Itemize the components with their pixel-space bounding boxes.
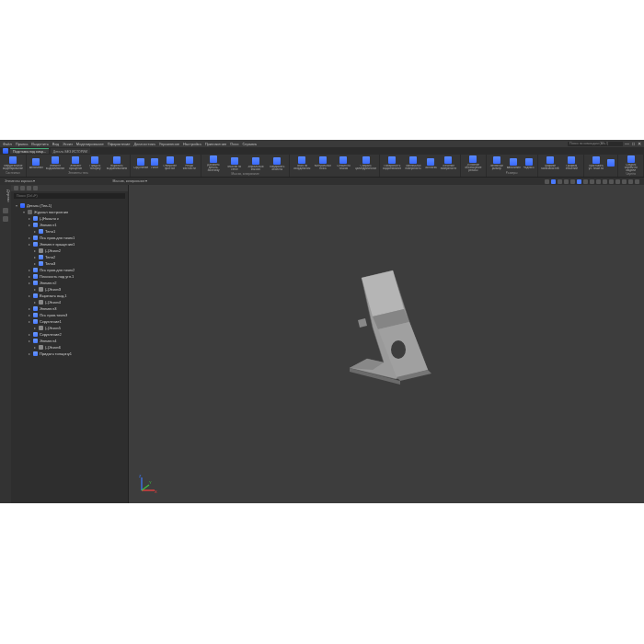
expand-icon[interactable]: ▸ xyxy=(27,268,31,272)
expand-icon[interactable]: ▸ xyxy=(27,339,31,343)
tree-item[interactable]: ▸Элемент4 xyxy=(14,338,125,344)
expand-icon[interactable]: ▸ xyxy=(32,248,37,253)
tree-item[interactable]: ▸(-)Эскиз5 xyxy=(14,325,125,331)
ribbon-button[interactable]: Элемент выдавливания xyxy=(45,155,65,171)
feature-tree[interactable]: ▾ Деталь (Тел-1) ▾ Журнал построения ▸(-… xyxy=(11,201,128,359)
ribbon-button[interactable]: Зеркальный массив xyxy=(246,155,266,172)
side-tab-tree[interactable]: Дерево xyxy=(0,187,11,205)
menu-edit[interactable]: Правка xyxy=(16,142,29,146)
expand-icon[interactable]: ▸ xyxy=(27,242,31,247)
minimize-button[interactable]: — xyxy=(625,141,629,146)
expand-icon[interactable]: ▸ xyxy=(27,281,31,285)
tree-item[interactable]: ▸Элемент вращения1 xyxy=(14,241,125,247)
view-tool-icon[interactable] xyxy=(590,179,594,184)
expand-icon[interactable]: ▸ xyxy=(27,313,31,317)
ribbon-button[interactable]: Линейный размер xyxy=(489,155,505,171)
ribbon-button[interactable]: Добавить деталь-заготовку xyxy=(203,155,224,172)
ribbon-button[interactable]: Отверстие простое xyxy=(160,155,178,171)
side-icon[interactable] xyxy=(3,216,8,222)
expand-icon[interactable]: ▸ xyxy=(32,255,37,259)
ribbon-button[interactable]: Точка по координатам xyxy=(292,155,312,171)
tab-active[interactable]: Подставка под смар... xyxy=(10,148,49,154)
tree-tool-icon[interactable] xyxy=(14,186,18,190)
expand-icon[interactable]: ▸ xyxy=(27,223,31,227)
tree-item[interactable]: ▸Ось пров.для точек2 xyxy=(14,267,125,273)
view-tool-icon[interactable] xyxy=(628,179,633,184)
side-icon[interactable] xyxy=(3,208,8,213)
ribbon-button[interactable]: Усечение поверхности xyxy=(439,155,458,171)
menu-modeling[interactable]: Моделирование xyxy=(76,142,104,146)
ribbon-button[interactable]: Твердотельное моделирование xyxy=(2,155,24,171)
view-tool-icon[interactable] xyxy=(583,179,588,184)
expand-icon[interactable]: ▸ xyxy=(27,293,31,298)
ribbon-button[interactable]: Линейчатая поверхность xyxy=(403,155,422,171)
ribbon-button[interactable]: Создать чертёж по модели xyxy=(620,155,641,172)
ribbon-button[interactable]: Сплайн по точкам xyxy=(334,155,354,171)
menu-format[interactable]: Оформление xyxy=(108,142,131,146)
view-tool-icon[interactable] xyxy=(635,179,639,184)
tree-item[interactable]: ▸(-)Эскиз3 xyxy=(14,286,125,293)
ribbon-button[interactable]: Вырезать выдавливанием xyxy=(106,155,128,171)
subtoolbar-right-dropdown[interactable]: Массив, копирование ▾ xyxy=(113,179,148,183)
menu-applications[interactable]: Приложения xyxy=(205,142,226,146)
menu-file[interactable]: Файл xyxy=(3,142,12,146)
ribbon-button[interactable]: Автопиния xyxy=(29,155,44,171)
expand-icon[interactable]: ▸ xyxy=(32,300,37,305)
tree-item[interactable]: ▸Тело2 xyxy=(14,254,125,260)
view-tool-icon[interactable] xyxy=(558,179,562,184)
expand-icon[interactable]: ▸ xyxy=(27,332,31,337)
tree-item[interactable]: ▸Ось пров.для точек1 xyxy=(14,235,125,241)
ribbon-button[interactable]: Графики значений xyxy=(561,155,581,171)
menu-select[interactable]: Выделить xyxy=(31,142,48,146)
tree-item[interactable]: ▸(-)Эскиз6 xyxy=(14,344,125,351)
ribbon-button[interactable]: Графики зависимостей xyxy=(540,155,560,171)
subtoolbar-left-dropdown[interactable]: Элементы каркаса ▾ xyxy=(5,179,36,183)
tree-history[interactable]: ▾ Журнал построения xyxy=(14,209,125,215)
ribbon-button[interactable]: Надпись xyxy=(523,155,535,171)
expand-icon[interactable]: ▸ xyxy=(32,326,37,330)
expand-icon[interactable]: ▸ xyxy=(32,287,37,292)
menu-diagnostics[interactable]: Диагностика xyxy=(134,142,155,146)
expand-icon[interactable]: ▸ xyxy=(27,274,31,279)
expand-icon[interactable]: ▸ xyxy=(27,319,31,324)
expand-icon[interactable]: ▸ xyxy=(27,236,31,240)
expand-icon[interactable]: ▸ xyxy=(27,216,31,221)
ribbon-button[interactable]: Спираль цилиндрическая xyxy=(354,155,377,171)
ribbon-button[interactable]: Элемент вращения xyxy=(66,155,85,171)
menu-settings[interactable]: Настройка xyxy=(183,142,201,146)
tree-item[interactable]: ▸(-)Начало к xyxy=(14,215,125,222)
tree-tool-icon[interactable] xyxy=(20,186,25,190)
tree-item[interactable]: ▸(-)Эскиз2 xyxy=(14,247,125,254)
ribbon-button[interactable]: Поверхность выдавливания xyxy=(382,155,402,171)
expand-icon[interactable]: ▾ xyxy=(14,203,18,208)
tree-item[interactable]: ▸(-)Эскиз4 xyxy=(14,299,125,305)
ribbon-button[interactable]: Проставить уч. точки по xyxy=(586,155,605,171)
tree-root[interactable]: ▾ Деталь (Тел-1) xyxy=(14,202,125,209)
tree-item[interactable]: ▸Плоскость под угл.1 xyxy=(14,273,125,280)
expand-icon[interactable]: ▸ xyxy=(27,351,31,356)
view-tool-icon[interactable] xyxy=(603,179,607,184)
tree-item[interactable]: ▸Тело1 xyxy=(14,228,125,235)
view-tool-icon[interactable] xyxy=(551,179,556,184)
ribbon-button[interactable]: Ребро жесткости xyxy=(180,155,199,171)
tree-item[interactable]: ▸Элемент2 xyxy=(14,280,125,286)
view-tool-icon[interactable] xyxy=(622,179,627,184)
expand-icon[interactable]: ▸ xyxy=(32,261,37,266)
view-tool-icon[interactable] xyxy=(596,179,601,184)
view-tool-icon[interactable] xyxy=(545,179,549,184)
expand-icon[interactable]: ▸ xyxy=(27,306,31,311)
ribbon-button[interactable]: Заплатка xyxy=(424,155,438,171)
tree-item[interactable]: ▸Скругление1 xyxy=(14,318,125,325)
tree-item[interactable]: ▸Вырезать выд.1 xyxy=(14,293,125,299)
ribbon-button[interactable]: Условное обозначение резьбы xyxy=(463,155,484,172)
tree-item[interactable]: ▸Тело3 xyxy=(14,260,125,267)
menu-window[interactable]: Окно xyxy=(230,142,238,146)
expand-icon[interactable]: ▸ xyxy=(32,345,37,350)
close-button[interactable]: ✕ xyxy=(638,141,641,146)
ribbon-button[interactable]: Автолиния xyxy=(506,155,522,171)
expand-icon[interactable]: ▸ xyxy=(32,229,37,234)
tree-tool-icon[interactable] xyxy=(33,186,38,190)
view-tool-icon[interactable] xyxy=(570,179,575,184)
ribbon-button[interactable]: Скругление xyxy=(132,155,149,171)
menu-sketch[interactable]: Эскиз xyxy=(63,142,73,146)
